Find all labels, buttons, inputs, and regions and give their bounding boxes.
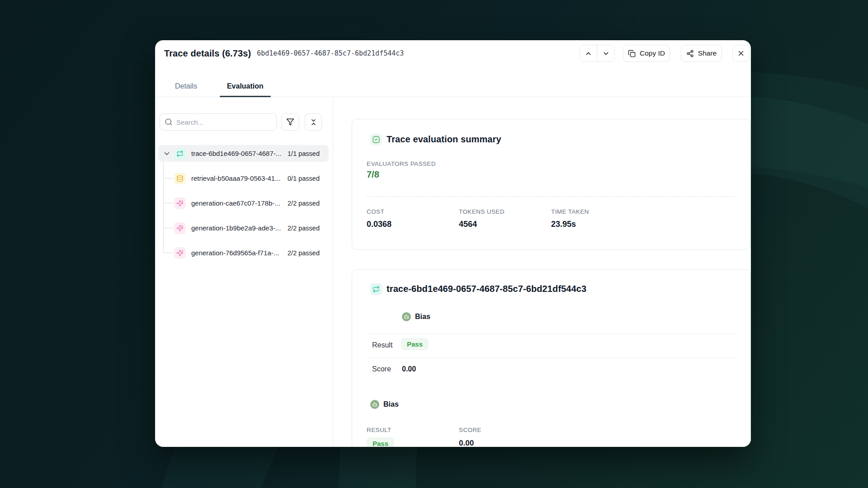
chevron-down-icon: [602, 50, 610, 57]
tree-row-status: 0/1 passed: [288, 175, 320, 182]
tree-row-status: 2/2 passed: [288, 200, 320, 207]
expander-chevron-down-icon[interactable]: [163, 150, 171, 158]
divider: [367, 333, 737, 334]
trace-id: 6bd1e469-0657-4687-85c7-6bd21df544c3: [257, 49, 404, 57]
prev-trace-button[interactable]: [580, 45, 597, 61]
result-pass-badge: Pass: [401, 338, 429, 350]
chevron-up-icon: [585, 50, 592, 57]
square-check-icon: [370, 134, 382, 145]
database-icon: [174, 173, 186, 184]
app-background: Trace details (6.73s) 6bd1e469-0657-4687…: [0, 0, 868, 488]
repeat-icon: [174, 148, 186, 160]
sparkles-icon: [174, 247, 186, 259]
evaluators-passed-label: EVALUATORS PASSED: [367, 160, 436, 167]
search-box: [160, 113, 277, 131]
share-button[interactable]: Share: [681, 45, 722, 62]
tree-row-status: 1/1 passed: [288, 150, 320, 157]
evaluator-column-header: Bias: [402, 312, 430, 321]
collapse-all-button[interactable]: [305, 113, 322, 131]
score-row-label: Score: [372, 365, 391, 373]
evaluators-passed-value: 7/8: [367, 169, 379, 180]
tree-row-label: generation-76d9565a-f71a-...: [191, 249, 279, 257]
copy-id-button[interactable]: Copy ID: [623, 45, 670, 62]
tokens-used-label: TOKENS USED: [459, 208, 505, 215]
modal-title: Trace details (6.73s): [164, 48, 251, 59]
tab-details[interactable]: Details: [168, 82, 204, 97]
tree-row-generation[interactable]: generation-cae67c07-178b-... 2/2 passed: [158, 195, 329, 211]
span-tree-sidebar: trace-6bd1e469-0657-4687-... 1/1 passed …: [155, 98, 333, 447]
detail-result-label: RESULT: [367, 427, 392, 433]
sparkles-icon: [174, 222, 186, 234]
tab-bar: Details Evaluation: [155, 66, 751, 97]
close-button[interactable]: [732, 45, 750, 62]
evaluator-name: Bias: [383, 400, 399, 408]
summary-card-title: Trace evaluation summary: [387, 134, 501, 145]
filter-button[interactable]: [281, 113, 299, 131]
evaluator-name: Bias: [415, 313, 430, 321]
time-taken-value: 23.95s: [551, 220, 576, 229]
tree-row-generation[interactable]: generation-76d9565a-f71a-... 2/2 passed: [158, 244, 329, 261]
copy-icon: [628, 50, 636, 57]
trace-tree: trace-6bd1e469-0657-4687-... 1/1 passed …: [155, 145, 333, 261]
search-icon: [165, 118, 173, 126]
bot-avatar-icon: [402, 312, 411, 321]
tree-row-label: generation-cae67c07-178b-...: [191, 199, 280, 207]
divider: [367, 196, 737, 197]
tokens-used-value: 4564: [459, 220, 477, 229]
modal-header: Trace details (6.73s) 6bd1e469-0657-4687…: [155, 40, 751, 66]
share-label: Share: [698, 49, 717, 57]
next-trace-button[interactable]: [597, 45, 614, 61]
tree-row-label: retrieval-b50aaa79-0563-41...: [191, 174, 281, 182]
sparkles-icon: [174, 197, 186, 209]
tab-evaluation[interactable]: Evaluation: [220, 82, 271, 97]
trace-details-modal: Trace details (6.73s) 6bd1e469-0657-4687…: [155, 40, 751, 447]
tree-row-label: trace-6bd1e469-0657-4687-...: [191, 150, 281, 157]
copy-id-label: Copy ID: [640, 49, 665, 57]
tree-row-generation[interactable]: generation-1b9be2a9-ade3-... 2/2 passed: [158, 220, 329, 236]
funnel-icon: [286, 118, 294, 126]
detail-score-value: 0.00: [459, 439, 474, 447]
bot-avatar-icon: [370, 400, 379, 409]
tree-row-retrieval[interactable]: retrieval-b50aaa79-0563-41... 0/1 passed: [158, 170, 329, 187]
cost-value: 0.0368: [367, 220, 392, 229]
result-row-label: Result: [372, 341, 392, 349]
score-value: 0.00: [402, 365, 416, 373]
trace-card-title: trace-6bd1e469-0657-4687-85c7-6bd21df544…: [387, 284, 586, 294]
evaluator-detail-header: Bias: [370, 400, 399, 409]
tree-row-status: 2/2 passed: [288, 225, 320, 232]
tree-row-trace[interactable]: trace-6bd1e469-0657-4687-... 1/1 passed: [158, 145, 329, 162]
search-input[interactable]: [160, 113, 277, 131]
trace-nav-group: [580, 45, 615, 62]
detail-result-pass-badge: Pass: [367, 437, 394, 447]
repeat-icon: [370, 283, 382, 295]
share-icon: [686, 50, 694, 57]
close-icon: [737, 49, 745, 57]
tree-row-label: generation-1b9be2a9-ade3-...: [191, 224, 281, 232]
tree-row-status: 2/2 passed: [288, 249, 320, 257]
trace-evaluation-summary-card: Trace evaluation summary EVALUATORS PASS…: [352, 119, 751, 250]
time-taken-label: TIME TAKEN: [551, 208, 589, 215]
evaluation-content: Trace evaluation summary EVALUATORS PASS…: [333, 98, 751, 447]
cost-label: COST: [367, 208, 384, 215]
chevrons-down-up-icon: [310, 118, 317, 126]
trace-evaluators-card: trace-6bd1e469-0657-4687-85c7-6bd21df544…: [352, 269, 751, 447]
divider: [367, 357, 737, 358]
detail-score-label: SCORE: [459, 427, 481, 433]
